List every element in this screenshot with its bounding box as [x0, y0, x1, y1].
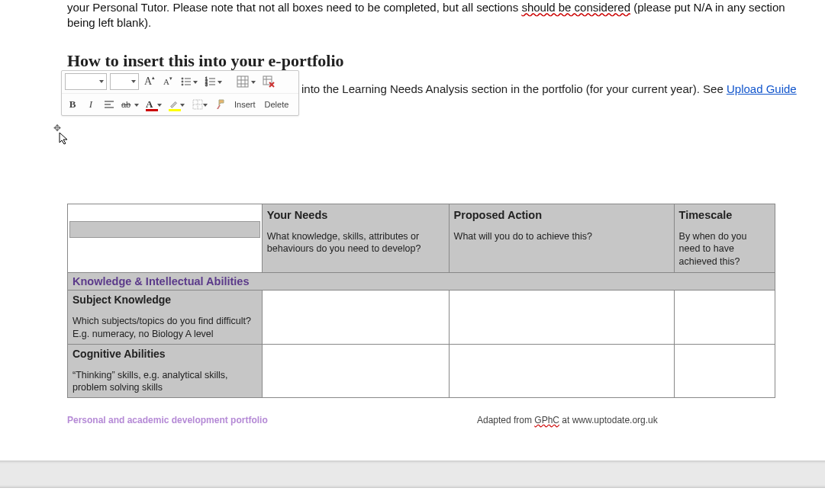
upload-guide-paragraph: into the Learning Needs Analysis section… — [301, 82, 805, 95]
svg-point-0 — [182, 78, 183, 79]
mini-toolbar: A▴ A▾ 123 B I ab A — [61, 70, 299, 116]
cell-timescale[interactable] — [674, 290, 775, 344]
footer-right-text: Adapted from GPhC at www.uptodate.org.uk — [477, 415, 658, 425]
strikethrough-button[interactable]: ab — [120, 96, 141, 113]
page-break — [0, 461, 825, 488]
align-button[interactable] — [102, 96, 117, 113]
highlight-button[interactable] — [167, 96, 187, 113]
borders-icon — [192, 98, 204, 111]
cell-needs[interactable] — [262, 290, 449, 344]
borders-button[interactable] — [190, 96, 210, 113]
svg-text:3: 3 — [205, 82, 208, 87]
header-proposed-action[interactable]: Proposed Action What will you do to achi… — [449, 204, 674, 273]
paintbrush-icon — [214, 98, 227, 111]
learning-needs-table[interactable]: Your Needs What knowledge, skills, attri… — [67, 204, 775, 398]
table-insert-button[interactable] — [235, 73, 258, 90]
bullets-icon — [180, 75, 192, 88]
numbering-icon: 123 — [205, 75, 217, 88]
table-header-row: Your Needs What knowledge, skills, attri… — [68, 204, 775, 273]
intro-paragraph: your Personal Tutor. Please note that no… — [67, 0, 802, 30]
table-row[interactable]: Cognitive Abilities “Thinking” skills, e… — [68, 344, 775, 398]
table-delete-button[interactable] — [261, 73, 276, 90]
cell-action[interactable] — [449, 344, 674, 398]
footer-left-text: Personal and academic development portfo… — [67, 415, 268, 425]
cell-needs[interactable] — [262, 344, 449, 398]
cell-action[interactable] — [449, 290, 674, 344]
highlight-icon — [169, 99, 179, 110]
page-footer: Personal and academic development portfo… — [67, 415, 775, 425]
row-subject-knowledge[interactable]: Subject Knowledge Which subjects/topics … — [68, 290, 263, 344]
header-blank-cell[interactable] — [68, 204, 263, 273]
toolbar-insert-button[interactable]: Insert — [231, 96, 259, 113]
table-grid-icon — [237, 75, 249, 88]
align-icon — [103, 98, 115, 111]
svg-point-2 — [182, 81, 183, 82]
bold-button[interactable]: B — [65, 96, 80, 113]
section-knowledge-intellectual[interactable]: Knowledge & Intellectual Abilities — [68, 272, 775, 290]
italic-button[interactable]: I — [83, 96, 98, 113]
font-size-combo[interactable] — [110, 73, 139, 90]
spellcheck-underline: should be considered — [521, 1, 630, 14]
font-family-combo[interactable] — [65, 73, 107, 90]
svg-rect-12 — [237, 76, 248, 87]
svg-point-4 — [182, 84, 183, 85]
table-row[interactable]: Subject Knowledge Which subjects/topics … — [68, 290, 775, 344]
font-color-button[interactable]: A — [144, 96, 164, 113]
header-your-needs[interactable]: Your Needs What knowledge, skills, attri… — [262, 204, 449, 273]
bullets-button[interactable] — [179, 73, 200, 90]
shrink-font-button[interactable]: A▾ — [160, 73, 176, 90]
format-painter-button[interactable] — [213, 96, 228, 113]
toolbar-delete-button[interactable]: Delete — [262, 96, 292, 113]
cell-timescale[interactable] — [674, 344, 775, 398]
numbering-button[interactable]: 123 — [203, 73, 224, 90]
grow-font-button[interactable]: A▴ — [142, 73, 157, 90]
upload-guide-link[interactable]: Upload Guide — [727, 82, 797, 95]
row-cognitive-abilities[interactable]: Cognitive Abilities “Thinking” skills, e… — [68, 344, 263, 398]
heading-insert-eportfolio: How to insert this into your e-portfolio — [67, 51, 802, 71]
header-timescale[interactable]: Timescale By when do you need to have ac… — [674, 204, 775, 273]
table-delete-icon — [263, 75, 275, 88]
mouse-cursor-icon — [59, 132, 69, 146]
